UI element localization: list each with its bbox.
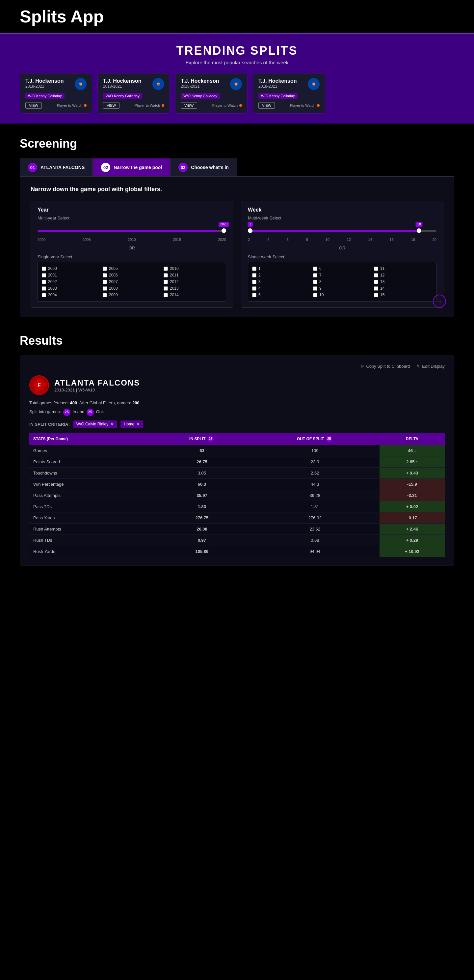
card-player-info: T.J. Hockenson 2018-2021 [181,78,219,89]
card-player-name: T.J. Hockenson [258,78,296,84]
year-checkbox-grid: 2000 2005 2010 2001 2006 2011 2002 2007 … [38,262,226,302]
table-row: Rush TDs 0.97 0.68 + 0.29 [29,535,445,546]
steps-bar: 01 ATLANTA FALCONS 02 Narrow the game po… [20,159,454,176]
year-checkbox-2002[interactable]: 2002 [42,280,100,284]
year-checkbox-2003[interactable]: 2003 [42,286,100,291]
week-checkbox-4[interactable]: 4 [252,286,311,291]
card-tag: W/O Kenny Golladay [103,93,142,99]
in-split-value: 3.05 [154,467,250,479]
year-checkbox-2000[interactable]: 2000 [42,266,100,271]
week-checkbox-14[interactable]: 14 [374,286,432,291]
step-3-label: Choose what's in [191,165,229,170]
year-checkbox-2011[interactable]: 2011 [163,273,222,277]
week-checkbox-8[interactable]: 8 [313,280,371,284]
table-row: Points Scored 26.75 23.9 2.85 ↑ [29,456,445,467]
week-checkbox-grid: 1 6 11 2 7 12 3 8 13 4 9 14 5 1 [248,262,436,302]
week-slider-badge-max: 18 [416,222,423,227]
card-view-button[interactable]: VIEW [258,102,275,109]
out-split-value: 109 [250,445,379,457]
step-1[interactable]: 01 ATLANTA FALCONS [20,159,93,176]
year-checkbox-2012[interactable]: 2012 [163,280,222,284]
card-footer: VIEW Player to Watch [103,102,164,109]
year-slider-track-area: 2020 [38,224,226,238]
week-checkbox-15[interactable]: 15 [374,293,432,297]
year-slider-thumb[interactable]: 2020 [222,228,226,233]
watch-dot-icon [84,104,87,107]
in-split-value: 60.3 [154,479,250,490]
year-checkbox-2004[interactable]: 2004 [42,293,100,297]
results-panel: ⎘ Copy Split to Clipboard ✎ Edit Display… [20,356,454,565]
week-checkbox-7[interactable]: 7 [313,273,371,277]
results-title: Results [20,334,454,348]
week-slider-thumb-min[interactable]: 1 [248,228,252,233]
split-criteria-row: IN SPLIT CRITERIA: W/O Calvin Ridley ✕ H… [29,420,445,428]
step-2-number: 02 [101,163,110,172]
edit-icon: ✎ [416,364,420,369]
year-slider-labels: 2000 2005 2010 2015 2020 [38,238,226,242]
year-checkbox-2009[interactable]: 2009 [103,293,161,297]
single-week-label: Single-week Select [248,255,436,259]
out-split-value: 23.62 [250,523,379,535]
team-header: F ATLANTA FALCONS 2018-2021 | W5-W10 [29,375,445,395]
week-checkbox-13[interactable]: 13 [374,280,432,284]
criteria-remove-home[interactable]: ✕ [136,422,140,427]
stat-name: Games [29,445,154,457]
week-checkbox-2[interactable]: 2 [252,273,311,277]
out-split-value: 276.92 [250,512,379,523]
svg-text:F: F [38,382,41,388]
in-split-value: 35.97 [154,490,250,501]
year-checkbox-2006[interactable]: 2006 [103,273,161,277]
year-checkbox-2001[interactable]: 2001 [42,273,100,277]
in-split-value: 276.75 [154,512,250,523]
week-checkbox-3[interactable]: 3 [252,280,311,284]
stat-name: Pass TDs [29,501,154,512]
card-header: T.J. Hockenson 2018-2021 🦁 [258,78,320,90]
week-slider-thumb-max[interactable]: 18 [417,228,421,233]
step-2[interactable]: 02 Narrow the game pool [93,159,170,176]
multi-year-label: Multi-year Select [38,215,226,220]
card-view-button[interactable]: VIEW [103,102,119,109]
delta-value: + 0.43 [379,467,445,479]
year-checkbox-2007[interactable]: 2007 [103,280,161,284]
week-checkbox-6[interactable]: 6 [313,266,371,271]
week-checkbox-11[interactable]: 11 [374,266,432,271]
next-button[interactable]: → [433,294,446,308]
multi-week-label: Multi-week Select [248,215,436,220]
delta-value: -0.17 [379,512,445,523]
card-footer: VIEW Player to Watch [181,102,242,109]
in-split-count-badge: 25 [208,436,214,442]
week-checkbox-5[interactable]: 5 [252,293,311,297]
in-split-value: 105.86 [154,546,250,557]
col-in-split: IN SPLIT 25 [154,433,250,445]
watch-dot-icon [317,104,320,107]
table-row: Rush Yards 105.86 94.94 + 10.92 [29,546,445,557]
year-checkbox-2008[interactable]: 2008 [103,286,161,291]
card-header: T.J. Hockenson 2018-2021 🦁 [103,78,164,90]
table-row: Games 63 109 46 ↓ [29,445,445,457]
step-3[interactable]: 03 Choose what's in [170,159,237,176]
year-checkbox-2013[interactable]: 2013 [163,286,222,291]
week-checkbox-10[interactable]: 10 [313,293,371,297]
week-checkbox-9[interactable]: 9 [313,286,371,291]
week-checkbox-12[interactable]: 12 [374,273,432,277]
year-checkbox-2010[interactable]: 2010 [163,266,222,271]
in-split-value: 0.97 [154,535,250,546]
trending-card: T.J. Hockenson 2018-2021 🦁 W/O Kenny Gol… [253,73,325,114]
screening-title: Screening [20,137,454,151]
col-out-split: OUT OF SPLIT 25 [250,433,379,445]
year-checkbox-2005[interactable]: 2005 [103,266,161,271]
filters-row: Year Multi-year Select 2020 2000 20 [31,200,443,308]
year-slider-container: 2020 2000 2005 2010 2015 2020 [38,224,226,242]
step-1-label: ATLANTA FALCONS [41,165,85,170]
criteria-remove-calvin[interactable]: ✕ [110,422,114,427]
edit-display-button[interactable]: ✎ Edit Display [416,364,445,369]
year-checkbox-2014[interactable]: 2014 [163,293,222,297]
copy-split-button[interactable]: ⎘ Copy Split to Clipboard [361,364,410,369]
card-player-name: T.J. Hockenson [181,78,219,84]
card-view-button[interactable]: VIEW [181,102,197,109]
week-checkbox-1[interactable]: 1 [252,266,311,271]
trending-subtitle: Explore the most popular searches of the… [20,60,454,65]
card-view-button[interactable]: VIEW [25,102,42,109]
in-split-value: 26.75 [154,456,250,467]
week-slider-labels: 2 4 6 8 10 12 14 16 18 20 [248,238,436,242]
